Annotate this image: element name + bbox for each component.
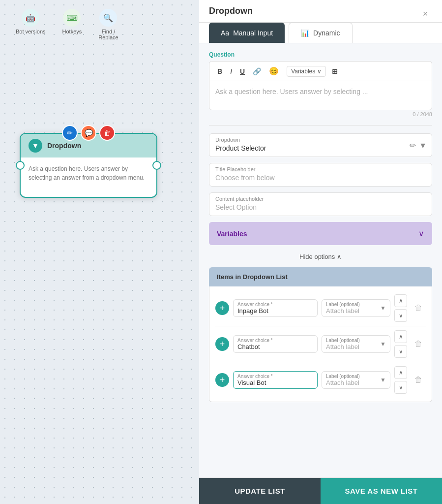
answer-field-1: Answer choice * Inpage Bot (233, 299, 318, 317)
node-body: Ask a question here. Users answer by sel… (21, 158, 156, 197)
toolbar-item-bot-versions[interactable]: 🤖 Bot versions (10, 5, 52, 44)
dynamic-label: Dynamic (313, 29, 340, 37)
label-field-3-value: Attach label (326, 379, 360, 386)
link-button[interactable]: 🔗 (251, 66, 263, 76)
title-placeholder-group: Title Placeholder Choose from below (209, 163, 432, 187)
hide-options-label: Hide options ∧ (299, 253, 342, 260)
char-count: 0 / 2048 (209, 111, 432, 117)
move-up-1-button[interactable]: ∧ (394, 294, 407, 307)
node-action-buttons: ✏ 💬 🗑 (62, 125, 115, 141)
add-item-3-button[interactable]: + (215, 373, 229, 387)
content-placeholder-label: Content placeholder (215, 196, 426, 202)
editor-area[interactable]: Ask a question here. Users answer by sel… (209, 81, 432, 110)
editor-placeholder: Ask a question here. Users answer by sel… (215, 88, 368, 95)
answer-field-2-wrapper[interactable]: Answer choice * Chatbot (233, 335, 318, 353)
save-as-new-list-button[interactable]: SAVE AS NEW LIST (321, 478, 442, 504)
node-connector-left[interactable] (16, 161, 25, 170)
label-field-2-wrapper[interactable]: Label (optional) Attach label ▼ (322, 335, 390, 353)
label-field-3-wrapper[interactable]: Label (optional) Attach label ▼ (322, 371, 390, 389)
delete-item-1-button[interactable]: 🗑 (411, 301, 426, 315)
underline-button[interactable]: U (238, 66, 247, 76)
panel-header: Dropdown × (199, 0, 442, 23)
label-field-2-chevron: ▼ (380, 341, 386, 347)
answer-field-1-value: Inpage Bot (237, 307, 313, 315)
node-connector-right[interactable] (152, 161, 161, 170)
label-field-3-chevron: ▼ (380, 377, 386, 383)
label-field-1-label: Label (optional) (326, 302, 360, 307)
items-section: Items in Dropdown List + Answer choice *… (209, 267, 432, 402)
dropdown-item-row: + Answer choice * Chatbot Label (optiona… (215, 326, 426, 362)
dropdown-field-label: Dropdown (215, 137, 426, 143)
move-up-2-button[interactable]: ∧ (394, 330, 407, 343)
answer-field-3: Answer choice * Visual Bot (233, 371, 318, 389)
answer-field-3-value: Visual Bot (237, 379, 313, 386)
node-title: Dropdown (47, 142, 81, 150)
tab-manual-input[interactable]: Aa Manual Input (209, 23, 285, 43)
emoji-button[interactable]: 😊 (267, 65, 281, 77)
content-placeholder-group: Content placeholder Select Option (209, 192, 432, 216)
label-field-3: Label (optional) Attach label ▼ (322, 371, 390, 389)
title-placeholder-wrapper[interactable]: Title Placeholder Choose from below (209, 163, 432, 187)
answer-field-3-wrapper[interactable]: Answer choice * Visual Bot (233, 371, 318, 389)
content-placeholder-wrapper[interactable]: Content placeholder Select Option (209, 192, 432, 216)
move-down-3-button[interactable]: ∨ (394, 381, 407, 394)
dropdown-field-actions: ✏ ▼ (410, 141, 427, 150)
more-options-button[interactable]: ⊞ (330, 66, 340, 76)
label-field-2-value: Attach label (326, 343, 360, 350)
toolbar-item-hotkeys[interactable]: ⌨ Hotkeys (57, 5, 88, 44)
dropdown-item-row: + Answer choice * Inpage Bot Label (opti… (215, 290, 426, 326)
toolbar-item-find-replace[interactable]: 🔍 Find /Replace (92, 5, 124, 44)
italic-button[interactable]: I (228, 66, 234, 76)
manual-input-icon: Aa (221, 29, 229, 37)
label-field-2: Label (optional) Attach label ▼ (322, 335, 390, 353)
move-up-3-button[interactable]: ∧ (394, 366, 407, 379)
hide-options-toggle[interactable]: Hide options ∧ (209, 253, 432, 260)
dynamic-icon: 📊 (301, 29, 309, 37)
dropdown-field-value: Product Selector (215, 144, 266, 152)
chevron-dropdown-icon[interactable]: ▼ (419, 141, 427, 150)
hotkeys-icon: ⌨ (63, 9, 81, 27)
label-field-3-label: Label (optional) (326, 374, 360, 379)
content-placeholder-value: Select Option (215, 203, 257, 211)
sort-buttons-1: ∧ ∨ (394, 294, 407, 322)
find-replace-icon: 🔍 (99, 9, 117, 27)
label-field-2-label: Label (optional) (326, 338, 360, 343)
toolbar-label-bot-versions: Bot versions (16, 29, 46, 34)
close-button[interactable]: × (418, 7, 432, 21)
toolbar-label-hotkeys: Hotkeys (62, 29, 82, 34)
delete-item-2-button[interactable]: 🗑 (411, 337, 426, 351)
update-list-button[interactable]: UPDATE LIST (199, 478, 321, 504)
node-type-icon: ▼ (29, 139, 42, 153)
panel-title: Dropdown (209, 6, 253, 22)
answer-field-2-label: Answer choice * (237, 338, 313, 343)
edit-dropdown-icon[interactable]: ✏ (410, 141, 416, 150)
bold-button[interactable]: B (215, 66, 224, 76)
tab-dynamic[interactable]: 📊 Dynamic (289, 23, 352, 43)
question-section: Question B I U 🔗 😊 Variables ∨ ⊞ Ask a q… (209, 51, 432, 117)
variables-dropdown[interactable]: Variables ∨ (287, 66, 326, 77)
variables-accordion[interactable]: Variables ∨ (209, 222, 432, 245)
items-body: + Answer choice * Inpage Bot Label (opti… (209, 286, 432, 402)
comment-node-button[interactable]: 💬 (81, 125, 96, 141)
tabs: Aa Manual Input 📊 Dynamic (199, 23, 442, 43)
dropdown-node[interactable]: ✏ 💬 🗑 ▼ Dropdown Ask a question here. Us… (20, 133, 157, 198)
bottom-bar: UPDATE LIST SAVE AS NEW LIST (199, 477, 442, 504)
delete-node-button[interactable]: 🗑 (99, 125, 115, 141)
add-item-2-button[interactable]: + (215, 337, 229, 351)
variables-label: Variables (291, 68, 315, 75)
edit-node-button[interactable]: ✏ (62, 125, 78, 141)
delete-item-3-button[interactable]: 🗑 (411, 373, 426, 387)
title-placeholder-value: Choose from below (215, 174, 275, 182)
label-field-1-chevron: ▼ (380, 305, 386, 312)
answer-field-1-wrapper[interactable]: Answer choice * Inpage Bot (233, 299, 318, 317)
move-down-1-button[interactable]: ∨ (394, 309, 407, 322)
answer-field-1-label: Answer choice * (237, 302, 313, 307)
add-item-1-button[interactable]: + (215, 301, 229, 315)
move-down-2-button[interactable]: ∨ (394, 345, 407, 358)
items-section-header: Items in Dropdown List (209, 267, 432, 286)
answer-field-3-label: Answer choice * (237, 374, 313, 379)
title-placeholder-label: Title Placeholder (215, 166, 426, 172)
label-field-1-wrapper[interactable]: Label (optional) Attach label ▼ (322, 299, 390, 317)
label-field-1-value: Attach label (326, 307, 360, 315)
dropdown-field-wrapper: Dropdown Product Selector ✏ ▼ (209, 133, 432, 157)
